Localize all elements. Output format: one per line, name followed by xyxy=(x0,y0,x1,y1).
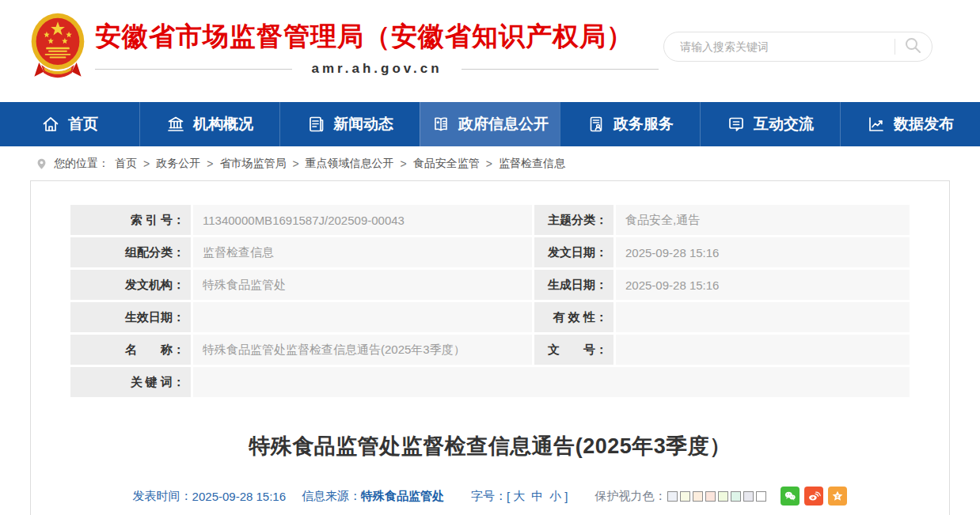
vision-color-swatch[interactable] xyxy=(705,491,716,502)
info-value: 特殊食品监管处 xyxy=(193,270,532,300)
article-title: 特殊食品监管处监督检查信息通告(2025年3季度） xyxy=(70,432,910,460)
info-label: 有 效 性： xyxy=(534,302,613,332)
vision-color-swatches xyxy=(667,491,766,502)
info-value xyxy=(616,302,910,332)
nav-item-label: 新闻动态 xyxy=(333,114,393,134)
info-label: 生成日期： xyxy=(534,270,613,300)
nav-item-label: 政府信息公开 xyxy=(458,114,549,134)
breadcrumb-separator: > xyxy=(207,157,213,170)
url-line-left xyxy=(95,69,292,70)
info-value: 11340000MB1691587J/202509-00043 xyxy=(193,205,532,235)
breadcrumb: 您的位置： 首页>政务公开>省市场监管局>重点领域信息公开>食品安全监管>监督检… xyxy=(0,146,980,180)
info-label: 文 号： xyxy=(534,335,613,365)
nav-item-services[interactable]: 政务服务 xyxy=(560,102,700,146)
nav-item-gov-info[interactable]: 政府信息公开 xyxy=(420,102,560,146)
site-url-row: amr.ah.gov.cn xyxy=(95,61,659,77)
content-panel: 索 引 号：11340000MB1691587J/202509-00043主题分… xyxy=(30,180,950,515)
bank-icon xyxy=(166,115,185,134)
nav-item-label: 机构概况 xyxy=(193,114,253,134)
info-label: 主题分类： xyxy=(534,205,613,235)
font-size-bracket-right: ] xyxy=(564,490,568,503)
info-value: 2025-09-28 15:16 xyxy=(616,270,910,300)
breadcrumb-item[interactable]: 重点领域信息公开 xyxy=(306,157,394,171)
nav-bar: 首页机构概况新闻动态政府信息公开政务服务互动交流数据发布 xyxy=(0,102,980,146)
chat-icon xyxy=(727,115,746,134)
info-value: 2025-09-28 15:16 xyxy=(616,237,910,267)
chart-icon xyxy=(867,115,886,134)
breadcrumb-item[interactable]: 监督检查信息 xyxy=(499,157,565,171)
nav-item-label: 首页 xyxy=(68,114,98,134)
publish-time-label: 发表时间： xyxy=(133,489,192,504)
search-icon xyxy=(903,36,922,58)
vision-color-swatch[interactable] xyxy=(693,491,703,502)
news-icon xyxy=(306,115,325,134)
breadcrumb-items: 首页>政务公开>省市场监管局>重点领域信息公开>食品安全监管>监督检查信息 xyxy=(115,157,565,171)
source-name[interactable]: 特殊食品监管处 xyxy=(361,489,444,504)
info-label: 组配分类： xyxy=(70,237,191,267)
search-input[interactable] xyxy=(678,40,895,54)
national-emblem-logo xyxy=(28,9,87,89)
breadcrumb-prefix: 您的位置： xyxy=(54,157,109,171)
breadcrumb-separator: > xyxy=(401,157,407,170)
weibo-share-icon[interactable] xyxy=(804,487,823,506)
publish-time: 2025-09-28 15:16 xyxy=(192,490,286,503)
nav-item-news[interactable]: 新闻动态 xyxy=(279,102,420,146)
font-size-option[interactable]: 大 xyxy=(513,489,525,502)
font-size-options: 大中小 xyxy=(510,489,564,504)
location-pin-icon xyxy=(35,157,48,170)
info-label: 生效日期： xyxy=(70,302,191,332)
info-value xyxy=(193,302,532,332)
nav-item-label: 数据发布 xyxy=(894,114,954,134)
nav-item-label: 互动交流 xyxy=(754,114,814,134)
vision-color-swatch[interactable] xyxy=(756,491,766,502)
site-header: 安徽省市场监督管理局（安徽省知识产权局） amr.ah.gov.cn xyxy=(0,0,980,102)
font-size-option[interactable]: 小 xyxy=(549,489,561,502)
info-value xyxy=(193,367,910,397)
search-divider xyxy=(895,39,895,55)
breadcrumb-separator: > xyxy=(292,157,298,170)
vision-color-swatch[interactable] xyxy=(667,491,678,502)
vision-color-swatch[interactable] xyxy=(718,491,728,502)
info-label: 索 引 号： xyxy=(70,205,191,235)
home-icon xyxy=(41,115,60,134)
wechat-share-icon[interactable] xyxy=(781,487,800,506)
breadcrumb-item[interactable]: 食品安全监管 xyxy=(413,157,480,171)
search-button[interactable] xyxy=(903,36,922,58)
breadcrumb-separator: > xyxy=(486,157,492,170)
site-url: amr.ah.gov.cn xyxy=(311,61,442,77)
article-meta-row: 发表时间： 2025-09-28 15:16 信息来源： 特殊食品监管处 字号：… xyxy=(70,487,910,506)
nav-item-org-profile[interactable]: 机构概况 xyxy=(139,102,279,146)
info-label: 关 键 词： xyxy=(70,367,191,397)
vision-color-swatch[interactable] xyxy=(731,491,741,502)
breadcrumb-item[interactable]: 省市场监管局 xyxy=(219,157,286,171)
info-label: 发文日期： xyxy=(534,237,613,267)
breadcrumb-separator: > xyxy=(143,157,150,170)
font-size-label: 字号： xyxy=(471,489,507,504)
source-label: 信息来源： xyxy=(302,489,361,504)
vision-color-swatch[interactable] xyxy=(680,491,690,502)
vision-color-label: 保护视力色： xyxy=(594,489,666,504)
breadcrumb-item[interactable]: 政务公开 xyxy=(156,157,200,171)
info-value: 食品安全,通告 xyxy=(616,205,910,235)
document-info-table: 索 引 号：11340000MB1691587J/202509-00043主题分… xyxy=(70,205,910,397)
vision-color-swatch[interactable] xyxy=(743,491,754,502)
nav-item-data-release[interactable]: 数据发布 xyxy=(840,102,980,146)
nav-item-label: 政务服务 xyxy=(613,114,674,134)
nav-item-home[interactable]: 首页 xyxy=(0,102,139,146)
info-label: 名 称： xyxy=(70,335,191,365)
url-line-right xyxy=(462,69,659,70)
book-star-icon xyxy=(431,115,450,134)
favorite-star-icon[interactable] xyxy=(828,487,847,506)
info-value xyxy=(616,335,910,365)
breadcrumb-item[interactable]: 首页 xyxy=(115,157,137,171)
nav-item-interaction[interactable]: 互动交流 xyxy=(700,102,840,146)
font-size-option[interactable]: 中 xyxy=(531,489,543,502)
share-icons xyxy=(781,487,847,506)
info-label: 发文机构： xyxy=(70,270,191,300)
document-person-icon xyxy=(587,115,606,134)
info-value: 监督检查信息 xyxy=(193,237,532,267)
site-title: 安徽省市场监督管理局（安徽省知识产权局） xyxy=(95,22,659,51)
info-value: 特殊食品监管处监督检查信息通告(2025年3季度） xyxy=(193,335,532,365)
search-box[interactable] xyxy=(663,32,933,62)
